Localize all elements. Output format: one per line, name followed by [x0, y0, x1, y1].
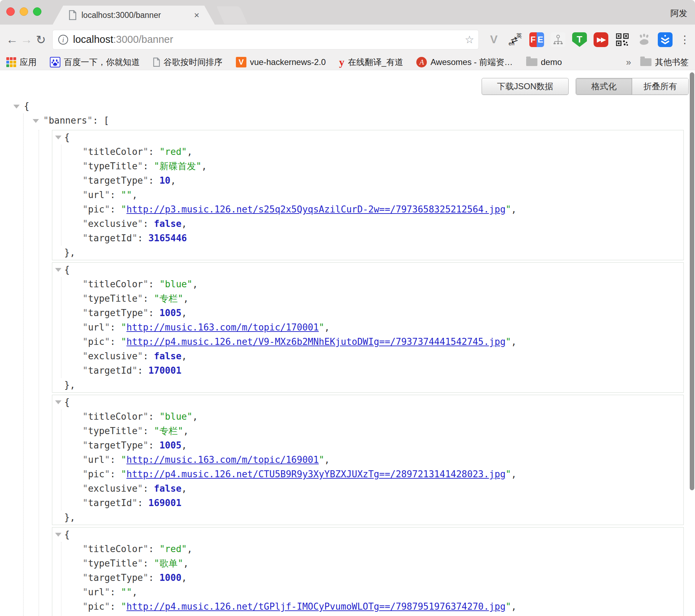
open-brace: {: [64, 397, 70, 407]
collapse-triangle-icon[interactable]: [55, 533, 61, 537]
bookmark-label: vue-hackernews-2.0: [250, 57, 326, 67]
fe-extension-icon[interactable]: FE: [529, 32, 544, 47]
sitemap-extension-icon[interactable]: [551, 32, 565, 47]
tab-close-icon[interactable]: ×: [194, 11, 199, 20]
field-pic: pichttp://p4.music.126.net/CTU5B9R9y3XyY…: [61, 467, 683, 481]
fe-e-label: E: [537, 32, 544, 47]
pic-link[interactable]: http://p4.music.126.net/V9-MXz6b2MNhEKju…: [126, 336, 505, 347]
object-close-line: },: [52, 378, 683, 392]
bookmark-youdao[interactable]: y 在线翻译_有道: [339, 56, 403, 68]
collapse-triangle-icon[interactable]: [55, 268, 61, 272]
browser-toolbar: ← → ↻ i localhost:3000/banner ☆ V ⇄ 英 en…: [0, 25, 695, 54]
video-downloader-icon[interactable]: ▶▶: [594, 32, 608, 47]
other-bookmarks-folder[interactable]: 其他书签: [640, 57, 689, 68]
url-link[interactable]: http://music.163.com/m/topic/169001: [126, 454, 319, 465]
qr-glyph-icon: [616, 33, 629, 46]
new-tab-button[interactable]: [217, 6, 247, 24]
back-icon[interactable]: ←: [5, 33, 19, 46]
page-info-icon[interactable]: i: [58, 35, 68, 45]
download-manager-icon[interactable]: [658, 32, 673, 47]
field-typeTitle: typeTitle新碟首发: [61, 159, 683, 173]
field-targetId: targetId170001: [61, 363, 683, 378]
bookmark-demo-folder[interactable]: demo: [526, 57, 562, 67]
bookmark-awesomes[interactable]: A Awesomes - 前端资…: [416, 57, 512, 68]
collapse-triangle-icon[interactable]: [33, 119, 39, 123]
collapse-triangle-icon[interactable]: [13, 105, 20, 109]
traffic-lights: [6, 7, 41, 16]
pic-link[interactable]: http://p4.music.126.net/tGPljf-IMOCyPvum…: [126, 601, 505, 612]
banner-object-2: { titleColorblue typeTitle专栏 targetType1…: [52, 395, 684, 525]
field-key: targetType: [82, 440, 148, 451]
field-value: false: [154, 483, 181, 494]
bookmarks-overflow-icon[interactable]: »: [626, 57, 631, 68]
field-key: typeTitle: [82, 161, 143, 171]
field-value: 1005: [159, 308, 181, 318]
zoom-window-button[interactable]: [33, 7, 41, 16]
page-icon: [153, 58, 160, 67]
address-bar[interactable]: i localhost:3000/banner ☆: [52, 30, 479, 50]
banner-object-0: { titleColorred typeTitle新碟首发 targetType…: [52, 130, 684, 260]
field-key: targetId: [82, 498, 138, 508]
object-open-line: {: [52, 395, 683, 409]
open-brace: {: [24, 101, 29, 111]
field-value: 10: [159, 175, 170, 186]
field-value: false: [154, 351, 181, 361]
field-key: titleColor: [82, 411, 148, 422]
field-value: false: [154, 218, 181, 229]
url-link[interactable]: http://music.163.com/m/topic/170001: [126, 322, 319, 333]
browser-tab[interactable]: localhost:3000/banner ×: [53, 6, 215, 25]
qr-code-extension-icon[interactable]: [615, 32, 630, 47]
field-key: targetType: [82, 308, 148, 318]
field-url: url: [61, 188, 683, 202]
vertical-scrollbar-thumb[interactable]: [690, 72, 694, 490]
bookmark-star-icon[interactable]: ☆: [465, 33, 474, 46]
field-url: urlhttp://music.163.com/m/topic/170001: [61, 320, 683, 335]
field-key: pic: [82, 469, 110, 479]
field-targetType: targetType1005: [61, 306, 683, 320]
field-key: url: [82, 322, 110, 333]
open-brace: {: [64, 132, 70, 143]
folder-icon: [526, 58, 537, 66]
browser-menu-icon[interactable]: ⋮: [680, 33, 690, 46]
field-pic: pichttp://p4.music.126.net/tGPljf-IMOCyP…: [61, 599, 683, 614]
extension-icons: V ⇄ 英 en FE T ▶▶: [486, 32, 673, 47]
field-typeTitle: typeTitle专栏: [61, 291, 683, 306]
vue-devtools-icon[interactable]: V: [486, 32, 501, 47]
minimize-window-button[interactable]: [20, 7, 28, 16]
field-pic: pichttp://p4.music.126.net/V9-MXz6b2MNhE…: [61, 335, 683, 349]
field-key: exclusive: [82, 351, 143, 361]
field-value: blue: [159, 411, 192, 422]
field-key: pic: [82, 601, 110, 612]
format-button[interactable]: 格式化: [576, 78, 632, 94]
other-bookmarks-label: 其他书签: [655, 57, 689, 68]
banners-key: banners: [43, 115, 93, 126]
close-window-button[interactable]: [6, 7, 15, 16]
download-json-button[interactable]: 下载JSON数据: [482, 78, 569, 95]
bookmark-vue-hackernews[interactable]: V vue-hackernews-2.0: [236, 57, 326, 67]
bookmark-baidu[interactable]: 百度一下，你就知道: [50, 57, 140, 68]
translate-icon[interactable]: ⇄ 英 en: [508, 32, 523, 47]
url-text[interactable]: localhost:3000/banner: [73, 34, 173, 45]
field-value: red: [159, 146, 187, 157]
forward-icon[interactable]: →: [19, 33, 34, 46]
bookmark-apps[interactable]: 应用: [6, 57, 37, 68]
apps-grid-icon: [6, 57, 16, 67]
paw-extension-icon[interactable]: [636, 32, 651, 47]
bookmark-google-sort[interactable]: 谷歌按时间排序: [153, 57, 223, 68]
field-exclusive: exclusivefalse: [61, 481, 683, 496]
pic-link[interactable]: http://p3.music.126.net/s25q2x5QyqsAzilC…: [126, 204, 505, 215]
field-value: red: [159, 544, 187, 554]
reload-icon[interactable]: ↻: [34, 33, 48, 47]
collapse-all-button[interactable]: 折叠所有: [632, 78, 688, 94]
field-key: targetId: [82, 365, 138, 376]
collapse-triangle-icon[interactable]: [55, 400, 61, 404]
close-brace: },: [64, 247, 75, 258]
tab-strip: localhost:3000/banner × 阿发: [0, 0, 695, 25]
field-titleColor: titleColorred: [61, 145, 683, 159]
pic-link[interactable]: http://p4.music.126.net/CTU5B9R9y3XyYBZX…: [126, 469, 505, 479]
json-tree: { banners[ { titleColorred typeTitle新碟首发…: [13, 99, 695, 616]
profile-name[interactable]: 阿发: [670, 8, 687, 19]
field-key: targetType: [82, 175, 148, 186]
collapse-triangle-icon[interactable]: [55, 136, 61, 139]
t-shield-extension-icon[interactable]: T: [572, 32, 587, 47]
